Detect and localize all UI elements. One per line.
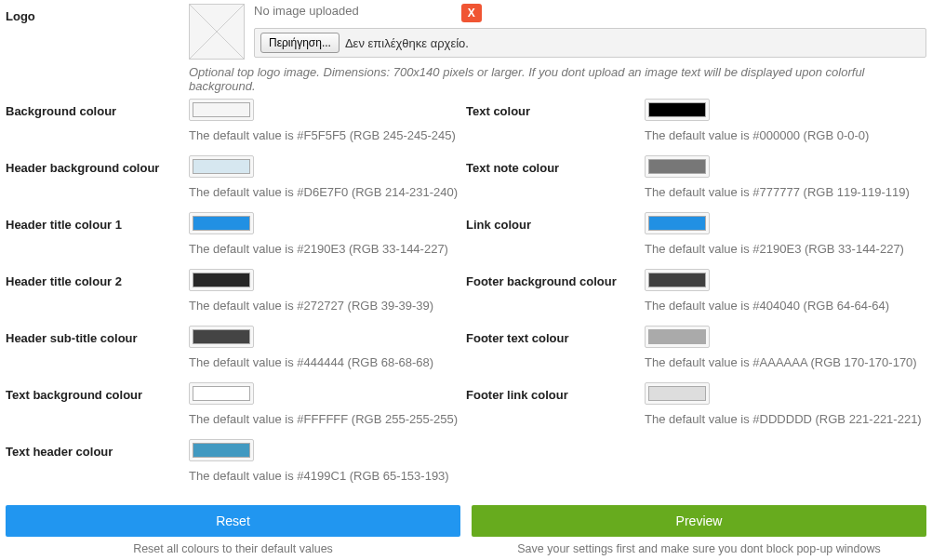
logo-placeholder [189,4,245,60]
colour-hint: The default value is #272727 (RGB 39-39-… [189,299,466,313]
colour-hint: The default value is #2190E3 (RGB 33-144… [189,242,466,256]
colour-swatch-inner [648,329,706,344]
colour-hint: The default value is #DDDDDD (RGB 221-22… [645,412,926,426]
colour-hint: The default value is #F5F5F5 (RGB 245-24… [189,128,466,142]
colour-hint: The default value is #D6E7F0 (RGB 214-23… [189,185,466,199]
colour-hint: The default value is #777777 (RGB 119-11… [645,185,926,199]
browse-button[interactable]: Περιήγηση... [260,33,340,53]
preview-hint: Save your settings first and make sure y… [472,542,926,555]
colour-swatch-inner [193,216,250,231]
colour-swatch-inner [193,443,250,458]
colour-label: Footer text colour [466,326,645,382]
colour-swatch[interactable] [189,382,254,405]
file-chosen-text: Δεν επιλέχθηκε αρχείο. [345,36,469,50]
colour-label: Text note colour [466,155,645,212]
colour-swatch-inner [193,273,250,287]
colour-label: Header sub-title colour [6,326,189,382]
colour-hint: The default value is #4199C1 (RGB 65-153… [189,469,466,483]
preview-button[interactable]: Preview [472,505,926,537]
colour-swatch-inner [648,273,706,287]
colour-swatch[interactable] [645,382,710,405]
colour-swatch[interactable] [189,99,254,121]
reset-button[interactable]: Reset [6,505,460,537]
colour-swatch[interactable] [189,439,254,461]
colour-swatch[interactable] [189,326,254,348]
colour-hint: The default value is #AAAAAA (RGB 170-17… [645,355,926,369]
colour-swatch[interactable] [645,326,710,348]
colour-swatch[interactable] [645,99,710,121]
colour-swatch[interactable] [645,155,710,178]
logo-hint: Optional top logo image. Dimensions: 700… [189,65,926,93]
reset-hint: Reset all colours to their default value… [6,542,460,555]
colour-label: Footer link colour [466,382,645,439]
colour-hint: The default value is #FFFFFF (RGB 255-25… [189,412,466,426]
logo-label: Logo [6,4,189,23]
colour-hint: The default value is #404040 (RGB 64-64-… [645,299,926,313]
colour-swatch-inner [193,329,250,344]
colour-swatch-inner [193,159,250,174]
colour-swatch-inner [648,102,706,117]
colour-swatch-inner [648,159,706,174]
colour-label: Header title colour 2 [6,269,189,326]
colour-hint: The default value is #444444 (RGB 68-68-… [189,355,466,369]
colour-swatch-inner [193,386,250,401]
colour-label: Text background colour [6,382,189,439]
colour-swatch[interactable] [189,212,254,234]
colour-label: Footer background colour [466,269,645,326]
colour-swatch-inner [648,216,706,231]
no-image-text: No image uploaded [254,4,359,18]
colour-hint: The default value is #000000 (RGB 0-0-0) [645,128,926,142]
colour-swatch[interactable] [189,269,254,291]
colour-swatch[interactable] [189,155,254,178]
colour-label: Text colour [466,99,645,155]
colour-label: Link colour [466,212,645,269]
colour-label: Text header colour [6,439,189,496]
remove-logo-button[interactable]: X [461,4,482,22]
colour-swatch-inner [648,386,706,401]
file-input-row[interactable]: Περιήγηση... Δεν επιλέχθηκε αρχείο. [254,28,926,58]
colour-swatch[interactable] [645,269,710,291]
colour-label: Header background colour [6,155,189,212]
colour-label: Header title colour 1 [6,212,189,269]
colour-swatch[interactable] [645,212,710,234]
colour-hint: The default value is #2190E3 (RGB 33-144… [645,242,926,256]
colour-swatch-inner [193,102,250,117]
colour-label: Background colour [6,99,189,155]
